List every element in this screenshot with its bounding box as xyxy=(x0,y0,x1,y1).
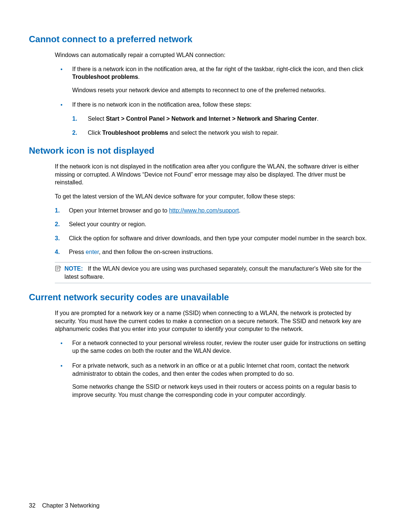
bullet-text: If there is no network icon in the notif… xyxy=(72,101,251,108)
step-text-part: , and then follow the on-screen instruct… xyxy=(99,249,213,255)
note-text: NOTE: If the WLAN device you are using w… xyxy=(64,265,371,281)
page-footer: 32Chapter 3 Networking xyxy=(29,502,100,509)
list-item: If there is no network icon in the notif… xyxy=(60,101,371,137)
bullet-sub-text: Windows resets your network device and a… xyxy=(72,86,371,94)
numbered-list: 1. Select Start > Control Panel > Networ… xyxy=(72,115,371,137)
list-item: 1. Open your Internet browser and go to … xyxy=(55,207,371,215)
list-item: If there is a network icon in the notifi… xyxy=(60,65,371,94)
bullet-list: For a network connected to your personal… xyxy=(60,339,371,399)
note-body: If the WLAN device you are using was pur… xyxy=(64,265,361,280)
step-number: 1. xyxy=(55,207,60,215)
section-security-codes: Current network security codes are unava… xyxy=(29,292,371,399)
step-number: 2. xyxy=(72,129,77,137)
paragraph: If the network icon is not displayed in … xyxy=(55,163,371,187)
step-number: 1. xyxy=(72,115,77,123)
step-text-part: Click xyxy=(88,130,102,136)
intro-text: Windows can automatically repair a corru… xyxy=(55,51,371,59)
list-item: 1. Select Start > Control Panel > Networ… xyxy=(72,115,371,123)
step-text-part: . xyxy=(317,116,318,122)
step-text-part: . xyxy=(239,207,240,214)
paragraph: To get the latest version of the WLAN de… xyxy=(55,193,371,201)
heading-security-codes: Current network security codes are unava… xyxy=(29,292,371,302)
paragraph: If you are prompted for a network key or… xyxy=(55,309,371,333)
heading-network-icon: Network icon is not displayed xyxy=(29,145,371,156)
heading-cannot-connect: Cannot connect to a preferred network xyxy=(29,34,371,44)
list-item: For a private network, such as a network… xyxy=(60,362,371,399)
numbered-list: 1. Open your Internet browser and go to … xyxy=(55,207,371,256)
step-number: 3. xyxy=(55,234,60,242)
list-item: 2. Select your country or region. xyxy=(55,220,371,228)
note-label: NOTE: xyxy=(64,265,83,272)
step-number: 4. xyxy=(55,248,60,256)
step-text: Click the option for software and driver… xyxy=(69,235,367,241)
bullet-text: For a private network, such as a network… xyxy=(72,362,349,377)
page-number: 32 xyxy=(29,502,36,509)
list-item: 4. Press enter, and then follow the on-s… xyxy=(55,248,371,256)
note-icon xyxy=(55,265,62,273)
bullet-text-part: . xyxy=(138,74,140,80)
bullet-text-part: If there is a network icon in the notifi… xyxy=(72,66,363,72)
section-network-icon: Network icon is not displayed If the net… xyxy=(29,145,371,283)
list-item: 2. Click Troubleshoot problems and selec… xyxy=(72,129,371,137)
step-text-part: Press xyxy=(69,249,86,255)
bold-text: Troubleshoot problems xyxy=(72,74,138,80)
bullet-text: For a network connected to your personal… xyxy=(72,340,366,354)
support-link[interactable]: http://www.hp.com/support xyxy=(169,207,239,214)
step-number: 2. xyxy=(55,220,60,228)
step-text-part: Open your Internet browser and go to xyxy=(69,207,169,214)
keyword-text: enter xyxy=(86,249,99,255)
bold-text: Start > Control Panel > Network and Inte… xyxy=(106,116,317,122)
bullet-sub-text: Some networks change the SSID or network… xyxy=(72,383,371,399)
step-text: Select your country or region. xyxy=(69,221,146,227)
step-text-part: and select the network you wish to repai… xyxy=(168,130,279,136)
list-item: 3. Click the option for software and dri… xyxy=(55,234,371,242)
chapter-label: Chapter 3 Networking xyxy=(42,502,100,509)
bullet-list: If there is a network icon in the notifi… xyxy=(60,65,371,137)
step-text-part: Select xyxy=(88,116,106,122)
section-cannot-connect: Cannot connect to a preferred network Wi… xyxy=(29,34,371,137)
bold-text: Troubleshoot problems xyxy=(102,130,168,136)
note-block: NOTE: If the WLAN device you are using w… xyxy=(55,262,371,283)
list-item: For a network connected to your personal… xyxy=(60,339,371,355)
